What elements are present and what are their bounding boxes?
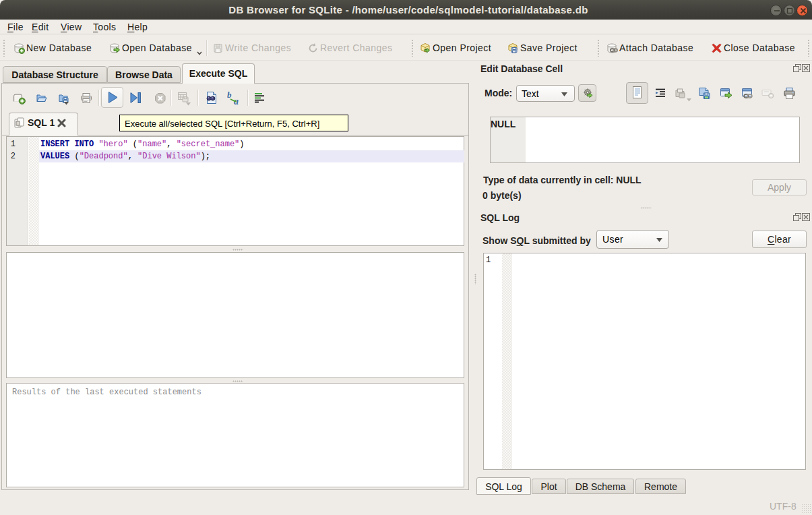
svg-text:b: b: [227, 90, 232, 100]
